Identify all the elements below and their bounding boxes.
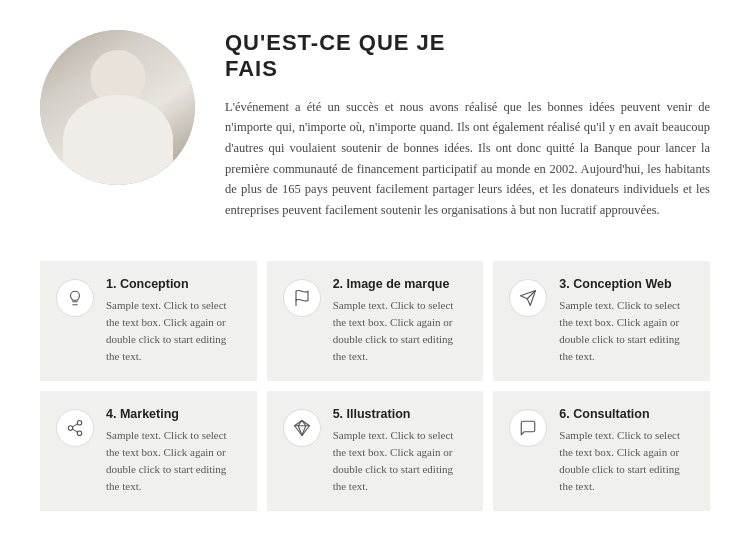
card-text-6[interactable]: Sample text. Click to select the text bo… xyxy=(559,427,694,495)
card-title-1: 1. Conception xyxy=(106,277,241,291)
svg-marker-9 xyxy=(294,420,309,435)
card-title-6: 6. Consultation xyxy=(559,407,694,421)
card-text-3[interactable]: Sample text. Click to select the text bo… xyxy=(559,297,694,365)
card-title-3: 3. Conception Web xyxy=(559,277,694,291)
flag-icon xyxy=(283,279,321,317)
diamond-icon xyxy=(283,409,321,447)
cards-grid: 1. Conception Sample text. Click to sele… xyxy=(40,261,710,511)
svg-line-7 xyxy=(72,429,77,432)
card-content-5: 5. Illustration Sample text. Click to se… xyxy=(333,407,468,495)
svg-point-6 xyxy=(77,431,82,436)
avatar-image xyxy=(40,30,195,185)
svg-point-5 xyxy=(68,425,73,430)
card-title-4: 4. Marketing xyxy=(106,407,241,421)
card-title-5: 5. Illustration xyxy=(333,407,468,421)
svg-line-8 xyxy=(72,424,77,427)
card-text-4[interactable]: Sample text. Click to select the text bo… xyxy=(106,427,241,495)
card-text-5[interactable]: Sample text. Click to select the text bo… xyxy=(333,427,468,495)
card-title-2: 2. Image de marque xyxy=(333,277,468,291)
card-content-4: 4. Marketing Sample text. Click to selec… xyxy=(106,407,241,495)
card-content-2: 2. Image de marque Sample text. Click to… xyxy=(333,277,468,365)
top-section: QU'EST-CE QUE JE FAIS L'événement a été … xyxy=(40,30,710,221)
card-text-2[interactable]: Sample text. Click to select the text bo… xyxy=(333,297,468,365)
card-content-3: 3. Conception Web Sample text. Click to … xyxy=(559,277,694,365)
card-4[interactable]: 4. Marketing Sample text. Click to selec… xyxy=(40,391,257,511)
section-title: QU'EST-CE QUE JE FAIS xyxy=(225,30,710,83)
card-1[interactable]: 1. Conception Sample text. Click to sele… xyxy=(40,261,257,381)
page-wrapper: QU'EST-CE QUE JE FAIS L'événement a été … xyxy=(0,0,750,531)
card-content-1: 1. Conception Sample text. Click to sele… xyxy=(106,277,241,365)
svg-point-4 xyxy=(77,420,82,425)
chat-icon xyxy=(509,409,547,447)
paper-plane-icon xyxy=(509,279,547,317)
card-5[interactable]: 5. Illustration Sample text. Click to se… xyxy=(267,391,484,511)
card-3[interactable]: 3. Conception Web Sample text. Click to … xyxy=(493,261,710,381)
lightbulb-icon xyxy=(56,279,94,317)
card-content-6: 6. Consultation Sample text. Click to se… xyxy=(559,407,694,495)
section-body: L'événement a été un succès et nous avon… xyxy=(225,97,710,221)
avatar xyxy=(40,30,195,185)
card-6[interactable]: 6. Consultation Sample text. Click to se… xyxy=(493,391,710,511)
card-2[interactable]: 2. Image de marque Sample text. Click to… xyxy=(267,261,484,381)
top-content: QU'EST-CE QUE JE FAIS L'événement a été … xyxy=(225,30,710,221)
card-text-1[interactable]: Sample text. Click to select the text bo… xyxy=(106,297,241,365)
share-icon xyxy=(56,409,94,447)
